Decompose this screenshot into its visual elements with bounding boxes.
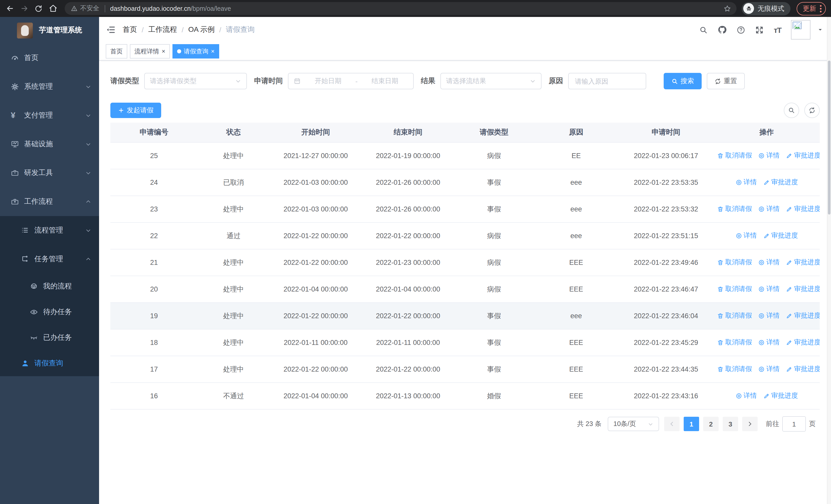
reason-input[interactable]	[574, 77, 640, 85]
detail-link[interactable]: 详情	[735, 391, 757, 401]
search-button[interactable]: 搜索	[664, 73, 701, 89]
sidebar-item-workflow[interactable]: 工作流程	[0, 187, 99, 216]
detail-link[interactable]: 详情	[758, 205, 780, 214]
cancel-leave-link[interactable]: 取消请假	[717, 205, 752, 214]
user-avatar[interactable]	[791, 20, 810, 39]
approval-progress-link[interactable]: 审批进度	[786, 285, 820, 294]
address-bar[interactable]: 不安全 dashboard.yudao.iocoder.cn /bpm/oa/l…	[65, 2, 737, 15]
sidebar-item-my-process[interactable]: 我的流程	[0, 273, 99, 299]
result-select[interactable]: 请选择流结果	[440, 73, 542, 89]
cancel-leave-link[interactable]: 取消请假	[717, 365, 752, 374]
page-button-1[interactable]: 1	[684, 417, 699, 431]
browser-reload-button[interactable]	[32, 2, 45, 15]
prev-page-button[interactable]	[664, 417, 680, 431]
cell-end-time: 2022-01-19 00:00:00	[362, 142, 454, 169]
chevron-down-icon	[530, 78, 536, 84]
screen: 不安全 dashboard.yudao.iocoder.cn /bpm/oa/l…	[0, 0, 831, 504]
browser-home-button[interactable]	[46, 2, 60, 15]
approval-progress-link[interactable]: 审批进度	[786, 311, 820, 321]
approval-progress-link[interactable]: 审批进度	[763, 231, 798, 240]
detail-link[interactable]: 详情	[758, 365, 780, 374]
sidebar-item-home[interactable]: 首页	[0, 43, 99, 72]
cancel-leave-link[interactable]: 取消请假	[717, 311, 752, 321]
tab-home[interactable]: 首页	[106, 44, 127, 59]
sidebar-collapse-icon[interactable]	[106, 25, 115, 34]
sidebar-item-todo-tasks[interactable]: 待办任务	[0, 299, 99, 325]
breadcrumb-oa-example[interactable]: OA 示例	[189, 25, 215, 34]
fullscreen-icon[interactable]	[755, 25, 764, 34]
cancel-leave-link[interactable]: 取消请假	[717, 258, 752, 267]
cell-actions: 详情审批进度	[713, 223, 820, 249]
edit-icon	[786, 366, 793, 373]
sidebar-item-process-management[interactable]: 流程管理	[0, 216, 99, 245]
toggle-search-button[interactable]	[784, 102, 799, 118]
goto-page-input[interactable]	[782, 416, 806, 432]
sidebar-item-dev-tools[interactable]: 研发工具	[0, 158, 99, 187]
edit-icon	[786, 339, 793, 346]
cell-status: 处理中	[198, 249, 269, 276]
close-icon[interactable]: ×	[162, 48, 165, 54]
security-warning[interactable]: 不安全	[71, 4, 99, 13]
detail-link[interactable]: 详情	[758, 151, 780, 160]
cell-apply-time: 2022-01-22 23:49:46	[619, 249, 713, 276]
view-icon	[735, 393, 742, 399]
sidebar-item-system[interactable]: 系统管理	[0, 72, 99, 101]
approval-progress-link[interactable]: 审批进度	[786, 205, 820, 214]
approval-progress-link[interactable]: 审批进度	[763, 391, 798, 401]
approval-progress-link[interactable]: 审批进度	[786, 365, 820, 374]
close-icon[interactable]: ×	[211, 48, 214, 54]
create-leave-button[interactable]: 发起请假	[110, 102, 161, 118]
sidebar-item-infrastructure[interactable]: 基础设施	[0, 130, 99, 158]
approval-progress-link[interactable]: 审批进度	[786, 338, 820, 347]
leave-type-select[interactable]: 请选择请假类型	[144, 73, 247, 89]
github-icon[interactable]	[718, 25, 727, 34]
refresh-table-button[interactable]	[804, 102, 820, 118]
sidebar-item-done-tasks[interactable]: 已办任务	[0, 325, 99, 351]
cancel-leave-link[interactable]: 取消请假	[717, 151, 752, 160]
tab-leave-query[interactable]: 请假查询 ×	[172, 44, 219, 59]
chevron-down-icon	[235, 78, 241, 84]
detail-link[interactable]: 详情	[758, 258, 780, 267]
bookmark-star-icon[interactable]	[723, 4, 732, 12]
sidebar-item-payment[interactable]: ¥ 支付管理	[0, 101, 99, 130]
apply-time-range-picker[interactable]: 开始日期 - 结束日期	[288, 73, 414, 89]
navbar-actions: тT	[699, 20, 823, 39]
breadcrumb-workflow[interactable]: 工作流程	[148, 25, 177, 34]
page-button-2[interactable]: 2	[703, 417, 719, 431]
approval-progress-link[interactable]: 审批进度	[786, 151, 820, 160]
tab-process-detail[interactable]: 流程详情 ×	[130, 44, 170, 59]
sidebar-item-task-management[interactable]: 任务管理	[0, 245, 99, 273]
cell-apply-id: 19	[110, 302, 198, 329]
browser-update-button[interactable]: 更新	[797, 2, 826, 15]
detail-link[interactable]: 详情	[735, 231, 757, 240]
cell-start-time: 2022-01-11 00:00:00	[269, 329, 362, 356]
caret-down-icon[interactable]	[817, 27, 823, 33]
page-button-3[interactable]: 3	[723, 417, 738, 431]
search-icon[interactable]	[699, 25, 708, 34]
detail-link[interactable]: 详情	[758, 285, 780, 294]
approval-progress-link[interactable]: 审批进度	[786, 258, 820, 267]
sidebar-item-leave-query[interactable]: 请假查询	[0, 351, 99, 376]
help-icon[interactable]	[737, 25, 746, 34]
cell-status: 处理中	[198, 142, 269, 169]
browser-forward-button[interactable]	[18, 2, 31, 15]
font-size-icon[interactable]: тT	[774, 25, 781, 34]
cancel-leave-link[interactable]: 取消请假	[717, 338, 752, 347]
cell-reason: EEE	[534, 249, 619, 276]
page-scrollbar[interactable]	[827, 17, 831, 504]
search-icon	[788, 107, 795, 114]
detail-link[interactable]: 详情	[758, 338, 780, 347]
browser-back-button[interactable]	[3, 2, 17, 15]
table-row: 16不通过2022-01-04 00:00:002022-01-13 00:00…	[110, 383, 820, 409]
delete-icon	[717, 152, 724, 159]
cancel-leave-link[interactable]: 取消请假	[717, 285, 752, 294]
detail-link[interactable]: 详情	[758, 311, 780, 321]
detail-link[interactable]: 详情	[735, 178, 757, 187]
reset-button[interactable]: 重置	[707, 73, 745, 89]
page-size-select[interactable]: 10条/页	[608, 417, 659, 431]
breadcrumb-home[interactable]: 首页	[123, 25, 137, 34]
next-page-button[interactable]	[742, 417, 757, 431]
approval-progress-link[interactable]: 审批进度	[763, 178, 798, 187]
incognito-badge: 无痕模式	[742, 2, 791, 15]
scrollbar-thumb[interactable]	[828, 61, 830, 214]
